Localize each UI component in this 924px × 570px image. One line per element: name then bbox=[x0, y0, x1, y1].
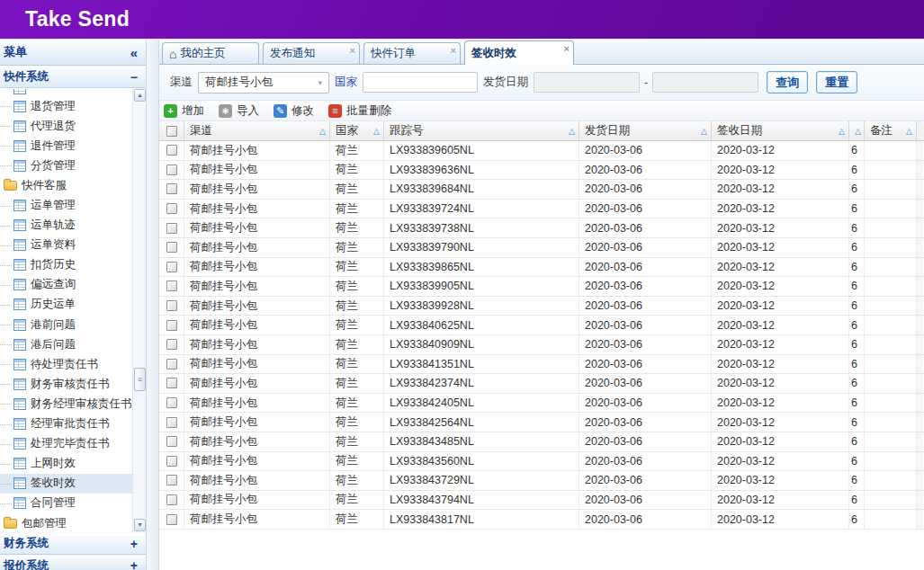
cell-ship_date: 2020-03-06 bbox=[579, 394, 712, 413]
close-icon[interactable]: × bbox=[564, 43, 570, 54]
row-gutter bbox=[917, 452, 923, 471]
tab-签收时效[interactable]: 签收时效× bbox=[464, 40, 574, 65]
row-checkbox[interactable] bbox=[166, 475, 177, 485]
channel-select[interactable]: 荷邮挂号小包 ▾ bbox=[198, 72, 329, 94]
row-checkbox[interactable] bbox=[166, 203, 177, 214]
sidebar-section-finance[interactable]: 财务系统 + bbox=[0, 532, 146, 555]
sidebar-item-快件客服[interactable]: 快件客服 bbox=[0, 175, 132, 195]
sidebar-item-代理退货[interactable]: 代理退货 bbox=[0, 116, 132, 136]
row-checkbox[interactable] bbox=[166, 281, 177, 291]
修改-button[interactable]: ✎修改 bbox=[274, 103, 314, 119]
sidebar-item-label: 港前问题 bbox=[31, 317, 76, 333]
sort-icon[interactable]: △ bbox=[319, 127, 326, 136]
cell-country: 荷兰 bbox=[330, 335, 384, 354]
country-input[interactable] bbox=[363, 72, 478, 93]
tab-我的主页[interactable]: ⌂我的主页 bbox=[162, 42, 259, 64]
sidebar-item-历史运单[interactable]: 历史运单 bbox=[0, 295, 132, 315]
row-checkbox[interactable] bbox=[166, 339, 177, 350]
tab-快件订单[interactable]: 快件订单× bbox=[363, 42, 461, 64]
column-header-tracking_no[interactable]: 跟踪号△ bbox=[384, 121, 579, 140]
query-button[interactable]: 查询 bbox=[767, 71, 808, 94]
select-all-checkbox[interactable] bbox=[166, 126, 177, 137]
sidebar-item-港后问题[interactable]: 港后问题 bbox=[0, 334, 132, 354]
cell-country: 荷兰 bbox=[330, 277, 384, 296]
grid-icon bbox=[13, 298, 26, 310]
sidebar-section-express[interactable]: 快件系统 − bbox=[0, 66, 146, 88]
sort-icon[interactable]: △ bbox=[569, 127, 575, 136]
expand-plus-icon[interactable]: + bbox=[130, 558, 138, 570]
sidebar-item-经理审批责任书[interactable]: 经理审批责任书 bbox=[0, 414, 132, 434]
sidebar-item-退件管理[interactable]: 退件管理 bbox=[0, 136, 132, 156]
row-checkbox[interactable] bbox=[166, 436, 177, 447]
row-checkbox[interactable] bbox=[166, 397, 177, 408]
sidebar-item-扣货历史[interactable]: 扣货历史 bbox=[0, 255, 132, 275]
row-checkbox[interactable] bbox=[166, 494, 177, 505]
row-checkbox[interactable] bbox=[166, 165, 177, 175]
row-checkbox[interactable] bbox=[166, 417, 177, 428]
row-checkbox[interactable] bbox=[166, 300, 177, 311]
sidebar-item-退货管理[interactable]: 退货管理 bbox=[0, 96, 132, 116]
scrollbar-thumb[interactable]: ≡ bbox=[134, 368, 146, 391]
row-checkbox[interactable] bbox=[166, 223, 177, 234]
cell-country: 荷兰 bbox=[330, 491, 384, 510]
row-checkbox[interactable] bbox=[166, 262, 177, 272]
sidebar-item-港前问题[interactable]: 港前问题 bbox=[0, 315, 132, 334]
sidebar-item-包邮管理[interactable]: 包邮管理 bbox=[0, 513, 132, 532]
sidebar-section-quotation[interactable]: 报价系统 + bbox=[0, 555, 146, 570]
expand-plus-icon[interactable]: + bbox=[130, 537, 138, 551]
column-header-sign_date[interactable]: 签收日期△ bbox=[712, 121, 849, 140]
sidebar-item-财务审核责任书[interactable]: 财务审核责任书 bbox=[0, 374, 132, 394]
column-header-country[interactable]: 国家△ bbox=[330, 121, 384, 140]
增加-button[interactable]: +增加 bbox=[164, 103, 204, 119]
scroll-down-icon[interactable]: ▼ bbox=[134, 519, 146, 531]
导入-button[interactable]: ∗导入 bbox=[219, 103, 259, 119]
cell-sign_date: 2020-03-12 bbox=[712, 335, 849, 354]
sort-icon[interactable]: △ bbox=[839, 127, 845, 136]
collapse-minus-icon[interactable]: − bbox=[130, 70, 138, 85]
批量删除-button[interactable]: ≡批量删除 bbox=[328, 103, 391, 119]
row-checkbox[interactable] bbox=[166, 320, 177, 331]
sidebar-item-签收时效[interactable]: 签收时效 bbox=[0, 474, 132, 494]
sidebar-item-财务经理审核责任书[interactable]: 财务经理审核责任书 bbox=[0, 394, 132, 414]
sort-icon[interactable]: △ bbox=[855, 127, 861, 136]
country-label: 国家 bbox=[335, 75, 357, 90]
row-checkbox[interactable] bbox=[166, 145, 177, 156]
sidebar-item-偏远查询[interactable]: 偏远查询 bbox=[0, 275, 132, 295]
row-checkbox[interactable] bbox=[166, 242, 177, 253]
date-to-input[interactable] bbox=[652, 72, 758, 93]
cell-sign_date: 2020-03-12 bbox=[712, 510, 849, 529]
sort-icon[interactable]: △ bbox=[906, 127, 912, 136]
sidebar-item-分货管理[interactable]: 分货管理 bbox=[0, 156, 132, 175]
row-checkbox[interactable] bbox=[166, 183, 177, 194]
close-icon[interactable]: × bbox=[350, 45, 355, 56]
sort-icon[interactable]: △ bbox=[373, 127, 380, 136]
tab-发布通知[interactable]: 发布通知× bbox=[263, 42, 360, 64]
row-checkbox[interactable] bbox=[166, 514, 177, 525]
scroll-up-icon[interactable]: ▲ bbox=[134, 89, 146, 102]
cell-ship_date: 2020-03-06 bbox=[579, 471, 712, 490]
sidebar-item-待处理责任书[interactable]: 待处理责任书 bbox=[0, 354, 132, 374]
sidebar-item-处理完毕责任书[interactable]: 处理完毕责任书 bbox=[0, 434, 132, 454]
date-from-input[interactable] bbox=[534, 72, 640, 93]
sidebar-item-运单资料[interactable]: 运单资料 bbox=[0, 236, 132, 255]
sidebar-scrollbar[interactable]: ▲ ≡ ▼ bbox=[132, 88, 146, 532]
row-checkbox[interactable] bbox=[166, 359, 177, 370]
column-header-remark[interactable]: 备注△ bbox=[865, 121, 917, 140]
sidebar-item-运单轨迹[interactable]: 运单轨迹 bbox=[0, 216, 132, 236]
row-checkbox[interactable] bbox=[166, 378, 177, 388]
sidebar-item-运单管理[interactable]: 运单管理 bbox=[0, 195, 132, 215]
sidebar-item[interactable] bbox=[0, 89, 132, 96]
row-checkbox[interactable] bbox=[166, 456, 177, 467]
grid-icon bbox=[13, 398, 26, 410]
sidebar-splitter[interactable] bbox=[147, 40, 159, 570]
reset-button[interactable]: 重置 bbox=[816, 71, 857, 94]
close-icon[interactable]: × bbox=[451, 45, 456, 56]
sidebar-item-上网时效[interactable]: 上网时效 bbox=[0, 454, 132, 474]
column-header-channel[interactable]: 渠道△ bbox=[184, 121, 330, 140]
column-header-days[interactable]: △ bbox=[849, 121, 865, 140]
grid-icon bbox=[13, 477, 26, 489]
sidebar-item-合同管理[interactable]: 合同管理 bbox=[0, 494, 132, 513]
column-header-ship_date[interactable]: 发货日期△ bbox=[579, 121, 712, 140]
collapse-sidebar-icon[interactable]: « bbox=[130, 45, 138, 60]
sort-icon[interactable]: △ bbox=[701, 127, 707, 136]
